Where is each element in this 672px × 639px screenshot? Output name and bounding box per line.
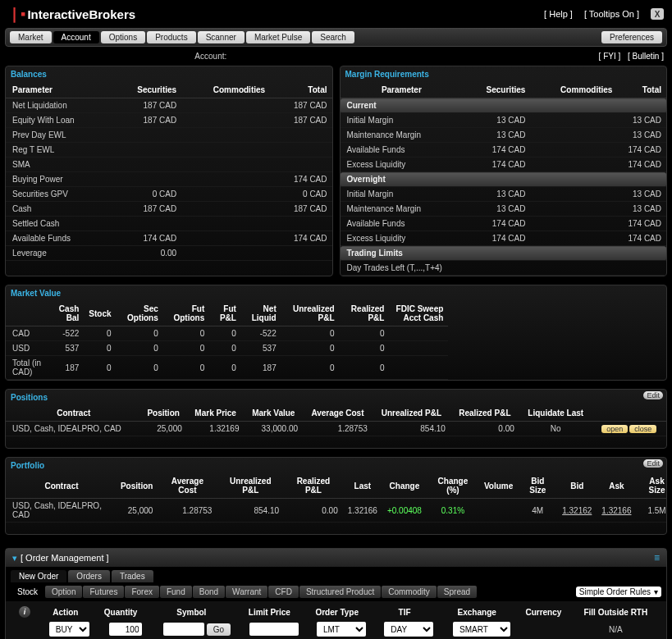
tab-search[interactable]: Search: [312, 31, 354, 43]
tooltips-link[interactable]: [ Tooltips On ]: [584, 9, 639, 19]
asset-stock[interactable]: Stock: [11, 586, 44, 598]
open-button[interactable]: open: [601, 425, 628, 433]
balances-panel: Balances ParameterSecuritiesCommoditiesT…: [5, 66, 333, 276]
logo-mark: ❘▪: [8, 5, 25, 23]
margin-title: Margin Requirements: [341, 66, 667, 82]
om-tab-new-order[interactable]: New Order: [11, 570, 66, 582]
balances-title: Balances: [6, 66, 332, 82]
logo: ❘▪ InteractiveBrokers: [8, 5, 135, 23]
asset-bond[interactable]: Bond: [193, 586, 225, 598]
symbol-input[interactable]: [163, 623, 204, 636]
asset-option[interactable]: Option: [45, 586, 82, 598]
main-tabs: MarketAccountOptionsProductsScannerMarke…: [5, 28, 667, 47]
limit-input[interactable]: [249, 623, 299, 636]
close-button[interactable]: close: [629, 425, 656, 433]
account-label: Account:: [194, 52, 226, 61]
tab-products[interactable]: Products: [147, 31, 195, 43]
positions-panel: Edit Positions ContractPositionMark Pric…: [5, 389, 667, 449]
om-tab-trades[interactable]: Trades: [112, 570, 153, 582]
portfolio-edit-button[interactable]: Edit: [643, 459, 663, 468]
asset-fund[interactable]: Fund: [160, 586, 192, 598]
bulletin-link[interactable]: [ Bulletin ]: [628, 52, 664, 61]
collapse-icon[interactable]: ≡: [654, 552, 660, 564]
tab-account[interactable]: Account: [53, 31, 99, 43]
asset-cfd[interactable]: CFD: [268, 586, 299, 598]
info-icon[interactable]: i: [19, 606, 30, 618]
om-tab-orders[interactable]: Orders: [68, 570, 110, 582]
asset-forex[interactable]: Forex: [125, 586, 159, 598]
expand-icon[interactable]: ▾: [12, 553, 17, 564]
help-link[interactable]: [ Help ]: [544, 9, 573, 19]
tif-select[interactable]: DAY: [384, 622, 433, 637]
asset-structured-product[interactable]: Structured Product: [299, 586, 381, 598]
fyi-link[interactable]: [ FYI ]: [599, 52, 621, 61]
tab-market[interactable]: Market: [10, 31, 52, 43]
market-value-panel: Market Value Cash BalStockSec OptionsFut…: [5, 285, 667, 381]
order-management: ▾ [ Order Management ] ≡ New OrderOrders…: [5, 548, 667, 639]
exchange-select[interactable]: SMART: [453, 622, 510, 637]
positions-title: Positions: [6, 390, 666, 405]
tab-options[interactable]: Options: [101, 31, 145, 43]
asset-spread[interactable]: Spread: [437, 586, 477, 598]
asset-futures[interactable]: Futures: [83, 586, 124, 598]
positions-edit-button[interactable]: Edit: [643, 391, 663, 399]
close-icon[interactable]: X: [651, 8, 664, 20]
asset-warrant[interactable]: Warrant: [226, 586, 267, 598]
order-type-select[interactable]: LMT: [317, 622, 366, 637]
tab-scanner[interactable]: Scanner: [198, 31, 245, 43]
market-value-title: Market Value: [6, 285, 666, 301]
portfolio-panel: Edit Portfolio ContractPositionAverage C…: [5, 457, 667, 535]
order-rules-select[interactable]: Simple Order Rules▾: [576, 587, 661, 597]
action-select[interactable]: BUY: [49, 622, 89, 637]
order-mgmt-title: [ Order Management ]: [21, 553, 109, 563]
tab-market-pulse[interactable]: Market Pulse: [246, 31, 310, 43]
quantity-input[interactable]: [109, 623, 142, 636]
portfolio-title: Portfolio: [6, 458, 666, 473]
margin-panel: Margin Requirements ParameterSecuritiesC…: [340, 66, 668, 276]
asset-commodity[interactable]: Commodity: [382, 586, 437, 598]
brand-text: InteractiveBrokers: [27, 7, 135, 21]
preferences-button[interactable]: Preferences: [601, 31, 662, 43]
go-button[interactable]: Go: [207, 623, 231, 636]
